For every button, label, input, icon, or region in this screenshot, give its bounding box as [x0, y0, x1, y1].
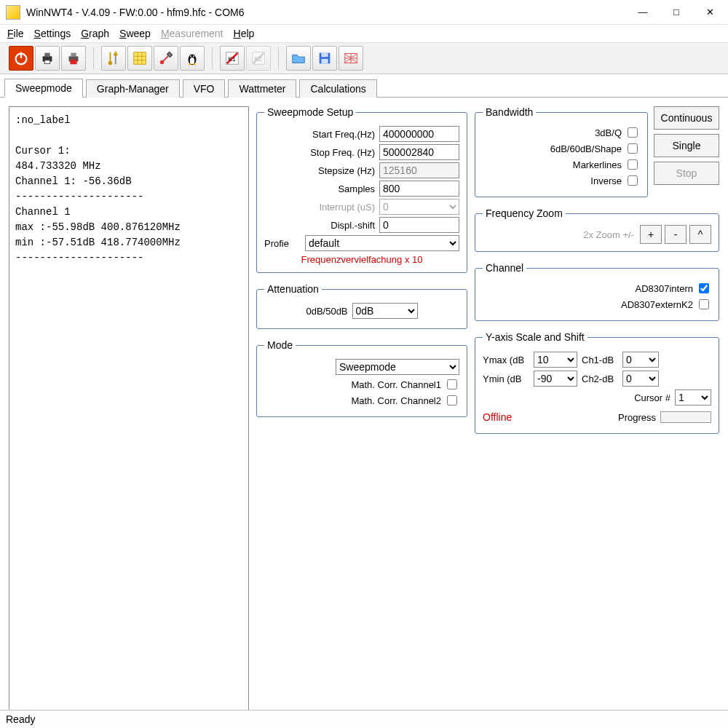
start-freq-label: Start Freq.(Hz)	[264, 129, 375, 140]
k2-button[interactable]: K2	[246, 46, 271, 71]
svg-point-10	[161, 61, 164, 64]
mode-group: Mode Sweepmode Math. Corr. Channel1 Math…	[256, 339, 467, 417]
menu-measurement: Measurement	[161, 28, 223, 39]
menu-settings[interactable]: Settings	[34, 28, 71, 39]
math-corr-ch2-label: Math. Corr. Channel2	[351, 395, 441, 406]
displ-shift-input[interactable]	[379, 217, 459, 233]
svg-text:K2: K2	[255, 56, 263, 63]
svg-rect-7	[70, 60, 76, 64]
channel-group: Channel AD8307intern AD8307externK2	[475, 262, 719, 321]
menu-help[interactable]: Help	[234, 28, 255, 39]
tab-sweepmode[interactable]: Sweepmode	[4, 79, 83, 98]
channel-extern-label: AD8307externK2	[621, 299, 693, 310]
ch1-db-label: Ch1-dB	[582, 355, 618, 365]
penguin-button[interactable]	[180, 46, 205, 71]
tab-graph-manager[interactable]: Graph-Manager	[86, 79, 180, 98]
freq-zoom-label: 2x Zoom +/-	[583, 229, 634, 240]
math-corr-ch1-checkbox[interactable]	[447, 379, 457, 389]
channel-intern-checkbox[interactable]	[699, 283, 709, 293]
menu-sweep[interactable]: Sweep	[119, 28, 151, 39]
save-button[interactable]	[312, 46, 337, 71]
bandwidth-group: Bandwidth 3dB/Q 6dB/60dB/Shape Markerlin…	[475, 106, 648, 197]
svg-text:K1: K1	[229, 56, 237, 63]
zoom-plus-button[interactable]: +	[640, 225, 662, 244]
cursor-num-label: Cursor #	[634, 392, 670, 403]
bw-inverse-label: Inverse	[590, 175, 622, 186]
ch1-db-select[interactable]: 0	[622, 352, 659, 368]
zoom-minus-button[interactable]: -	[665, 225, 687, 244]
tab-calculations[interactable]: Calculations	[299, 79, 376, 98]
power-button[interactable]	[9, 46, 33, 71]
svg-rect-9	[134, 52, 146, 65]
mode-select[interactable]: Sweepmode	[336, 359, 459, 375]
status-text: Ready	[6, 713, 35, 725]
math-corr-ch2-checkbox[interactable]	[447, 395, 457, 405]
single-button[interactable]: Single	[654, 134, 719, 157]
interrupt-select: 0	[379, 199, 459, 215]
profile-label: Profie	[264, 238, 301, 249]
menubar: File Settings Graph Sweep Measurement He…	[0, 25, 728, 43]
attenuation-select[interactable]: 0dB	[352, 303, 418, 319]
bandwidth-legend: Bandwidth	[483, 106, 536, 118]
tab-wattmeter[interactable]: Wattmeter	[228, 79, 296, 98]
maximize-button[interactable]: □	[660, 1, 693, 23]
attenuation-legend: Attenuation	[264, 283, 322, 295]
grid-action-button[interactable]	[339, 46, 363, 71]
continuous-button[interactable]: Continuous	[654, 106, 719, 130]
stop-freq-input[interactable]	[379, 144, 459, 160]
print-button[interactable]	[35, 46, 60, 71]
zoom-reset-button[interactable]: ^	[689, 225, 711, 244]
displ-shift-label: Displ.-shift	[264, 220, 375, 231]
workarea: :no_label Cursor 1: 484.733320 MHz Chann…	[0, 98, 728, 728]
stop-freq-label: Stop Freq. (Hz)	[264, 147, 375, 158]
ch2-db-select[interactable]: 0	[622, 371, 659, 387]
bw-3db-label: 3dB/Q	[595, 127, 622, 138]
bw-6db-checkbox[interactable]	[628, 143, 638, 154]
chart-button[interactable]	[127, 46, 152, 71]
svg-point-13	[190, 55, 191, 57]
svg-rect-6	[71, 53, 76, 57]
menu-graph[interactable]: Graph	[81, 28, 109, 39]
ymin-select[interactable]: -90	[534, 371, 577, 387]
freq-multiplier-note: Frequenzvervielfachung x 10	[264, 254, 459, 265]
offline-status: Offline	[483, 411, 512, 423]
channel-extern-checkbox[interactable]	[699, 299, 709, 309]
open-button[interactable]	[286, 46, 311, 71]
svg-rect-3	[44, 53, 50, 57]
tools-button[interactable]	[101, 46, 126, 71]
bw-inverse-checkbox[interactable]	[628, 175, 638, 186]
tab-vfo[interactable]: VFO	[183, 79, 226, 98]
bw-3db-checkbox[interactable]	[628, 127, 638, 138]
close-button[interactable]: ✕	[693, 1, 727, 23]
attenuation-group: Attenuation 0dB/50dB 0dB	[256, 283, 467, 329]
settings-button[interactable]	[154, 46, 178, 71]
bw-markerlines-label: Markerlines	[573, 159, 622, 170]
start-freq-input[interactable]	[379, 126, 459, 142]
minimize-button[interactable]: —	[626, 1, 660, 23]
ymax-select[interactable]: 10	[534, 352, 577, 368]
bw-markerlines-checkbox[interactable]	[628, 159, 638, 170]
cursor-num-select[interactable]: 1	[675, 389, 711, 405]
print-pdf-button[interactable]	[61, 46, 86, 71]
svg-rect-4	[44, 60, 50, 64]
stop-button: Stop	[654, 162, 719, 185]
stepsize-input	[379, 162, 459, 178]
menu-file[interactable]: File	[7, 28, 24, 39]
toolbar: K1 K2	[0, 43, 728, 74]
sweepmode-setup-group: Sweepmode Setup Start Freq.(Hz) Stop Fre…	[256, 106, 467, 273]
math-corr-ch1-label: Math. Corr. Channel1	[351, 379, 441, 390]
progress-label: Progress	[618, 412, 656, 423]
ch2-db-label: Ch2-dB	[582, 373, 618, 384]
ymin-label: Ymin (dB	[483, 373, 529, 384]
mode-legend: Mode	[264, 339, 296, 351]
progress-bar	[660, 411, 711, 423]
profile-select[interactable]: default	[305, 235, 459, 251]
samples-input[interactable]	[379, 181, 459, 197]
ymax-label: Ymax (dB	[483, 355, 529, 365]
k1-button[interactable]: K1	[220, 46, 245, 71]
svg-rect-20	[321, 53, 328, 58]
yaxis-legend: Y-axis Scale and Shift	[483, 331, 587, 343]
titlebar: WinNWT4 - V.4.09 - FW:0.00 - hfm9.hfc - …	[0, 0, 728, 25]
attenuation-label: 0dB/50dB	[306, 306, 347, 317]
frequency-zoom-legend: Frequency Zoom	[483, 207, 566, 219]
